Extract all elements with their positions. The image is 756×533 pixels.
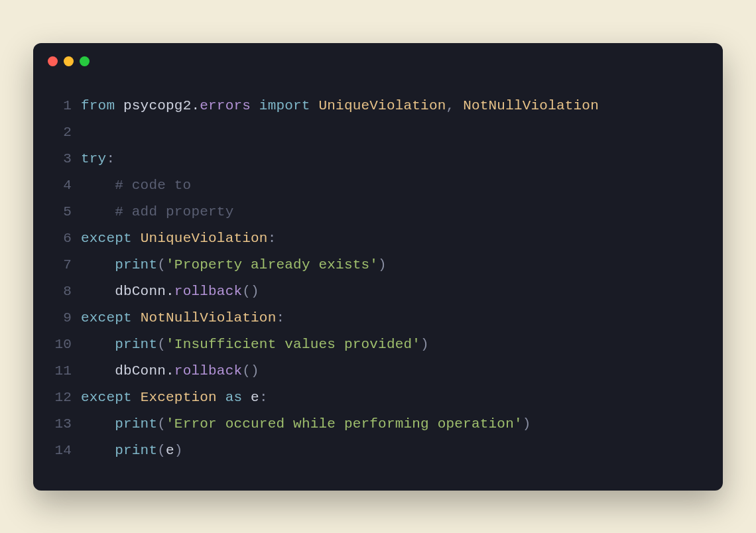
code-token: errors xyxy=(200,98,251,113)
code-token: print xyxy=(115,443,157,458)
code-token: print xyxy=(115,337,157,352)
line-number: 10 xyxy=(53,337,81,352)
code-token: UniqueViolation xyxy=(318,98,446,113)
code-content[interactable]: from psycopg2.errors import UniqueViolat… xyxy=(81,98,599,113)
code-token: except xyxy=(81,390,141,405)
line-number: 2 xyxy=(53,125,81,140)
code-content[interactable]: # add property xyxy=(81,204,233,219)
code-token: : xyxy=(276,310,284,326)
maximize-icon[interactable] xyxy=(80,56,90,66)
code-token: NotNullViolation xyxy=(463,98,599,113)
code-line[interactable]: 14 print(e) xyxy=(53,438,703,464)
code-window: 1from psycopg2.errors import UniqueViola… xyxy=(33,43,723,491)
code-token xyxy=(81,337,115,352)
line-number: 6 xyxy=(53,231,81,246)
code-token: NotNullViolation xyxy=(141,310,277,326)
code-token: rollback xyxy=(174,284,242,299)
code-content[interactable]: except UniqueViolation: xyxy=(81,231,276,246)
code-token: print xyxy=(115,257,157,272)
code-content[interactable]: print('Property already exists') xyxy=(81,257,387,272)
code-line[interactable]: 12except Exception as e: xyxy=(53,385,703,411)
code-token: : xyxy=(259,390,268,405)
line-number: 1 xyxy=(53,98,81,113)
line-number: 7 xyxy=(53,257,81,272)
code-token: ) xyxy=(420,337,429,352)
code-content[interactable]: dbConn.rollback() xyxy=(81,363,259,379)
code-token: from xyxy=(81,98,123,113)
code-token: : xyxy=(106,151,115,166)
code-token: ) xyxy=(174,443,183,458)
minimize-icon[interactable] xyxy=(64,56,74,66)
code-line[interactable]: 7 print('Property already exists') xyxy=(53,252,703,278)
code-content[interactable]: except NotNullViolation: xyxy=(81,310,284,326)
code-token: ) xyxy=(378,257,387,272)
code-token: . xyxy=(191,98,200,113)
code-token: 'Error occured while performing operatio… xyxy=(166,416,523,432)
code-token: ( xyxy=(157,416,166,432)
code-token: import xyxy=(251,98,318,113)
code-token: dbConn xyxy=(115,363,166,379)
code-token: : xyxy=(268,231,277,246)
code-token xyxy=(81,416,115,432)
code-token: () xyxy=(242,284,259,299)
code-token: try xyxy=(81,151,106,166)
code-token: . xyxy=(166,363,174,379)
code-content[interactable]: print(e) xyxy=(81,443,183,458)
line-number: 4 xyxy=(53,178,81,193)
line-number: 14 xyxy=(53,443,81,458)
code-token: except xyxy=(81,310,141,326)
code-content[interactable]: print('Error occured while performing op… xyxy=(81,416,531,432)
code-token: rollback xyxy=(174,363,242,379)
code-line[interactable]: 5 # add property xyxy=(53,199,703,225)
code-editor[interactable]: 1from psycopg2.errors import UniqueViola… xyxy=(33,73,723,491)
code-line[interactable]: 9except NotNullViolation: xyxy=(53,305,703,331)
code-line[interactable]: 10 print('Insufficient values provided') xyxy=(53,331,703,358)
code-token xyxy=(81,443,115,458)
code-token: () xyxy=(242,363,259,379)
code-token: Exception xyxy=(141,390,217,405)
code-token: 'Insufficient values provided' xyxy=(166,337,420,352)
code-line[interactable]: 8 dbConn.rollback() xyxy=(53,278,703,305)
code-token xyxy=(81,363,115,379)
code-token: ) xyxy=(523,416,531,432)
code-token xyxy=(81,284,115,299)
code-token: 'Property already exists' xyxy=(166,257,378,272)
line-number: 8 xyxy=(53,284,81,299)
code-token: e xyxy=(251,390,259,405)
code-token: dbConn xyxy=(115,284,166,299)
window-titlebar xyxy=(33,43,723,73)
code-content[interactable]: # code to xyxy=(81,178,191,193)
line-number: 9 xyxy=(53,310,81,326)
code-token: ( xyxy=(157,443,166,458)
code-token: ( xyxy=(157,337,166,352)
code-line[interactable]: 2 xyxy=(53,119,703,146)
code-content[interactable]: except Exception as e: xyxy=(81,390,268,405)
code-token: except xyxy=(81,231,141,246)
code-line[interactable]: 3try: xyxy=(53,146,703,172)
line-number: 5 xyxy=(53,204,81,219)
code-line[interactable]: 11 dbConn.rollback() xyxy=(53,358,703,385)
code-content[interactable]: print('Insufficient values provided') xyxy=(81,337,429,352)
code-token: # add property xyxy=(81,204,233,219)
close-icon[interactable] xyxy=(48,56,58,66)
line-number: 11 xyxy=(53,363,81,379)
code-content[interactable]: try: xyxy=(81,151,115,166)
code-token: . xyxy=(166,284,174,299)
code-line[interactable]: 1from psycopg2.errors import UniqueViola… xyxy=(53,93,703,119)
code-token: print xyxy=(115,416,157,432)
code-token: ( xyxy=(157,257,166,272)
code-token: e xyxy=(166,443,174,458)
code-token xyxy=(81,257,115,272)
code-token: # code to xyxy=(81,178,191,193)
code-line[interactable]: 13 print('Error occured while performing… xyxy=(53,411,703,438)
code-token: as xyxy=(217,390,251,405)
line-number: 3 xyxy=(53,151,81,166)
code-token: , xyxy=(446,98,464,113)
line-number: 13 xyxy=(53,416,81,432)
code-line[interactable]: 6except UniqueViolation: xyxy=(53,225,703,252)
code-token: psycopg2 xyxy=(123,98,191,113)
code-line[interactable]: 4 # code to xyxy=(53,172,703,199)
code-token: UniqueViolation xyxy=(141,231,268,246)
line-number: 12 xyxy=(53,390,81,405)
code-content[interactable]: dbConn.rollback() xyxy=(81,284,259,299)
